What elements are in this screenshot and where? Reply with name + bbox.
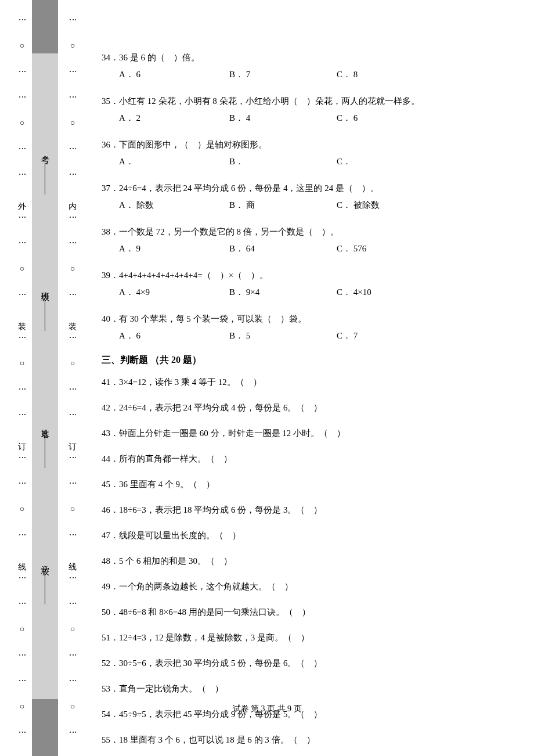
option-b: B． 商 xyxy=(229,197,331,214)
option-c: C． xyxy=(337,153,351,170)
tf-question-42: 42．24÷6=4，表示把 24 平均分成 4 份，每份是 6。（ ） xyxy=(102,400,505,416)
question-options: A． 除数B． 商C． 被除数 xyxy=(102,197,505,214)
tf-question-44: 44．所有的直角都一样大。（ ） xyxy=(102,451,505,467)
question-stem: 36．下面的图形中，（ ）是轴对称图形。 xyxy=(102,136,505,153)
option-c: C． 被除数 xyxy=(337,197,380,214)
option-a: A． 6 xyxy=(119,66,223,83)
question-36: 36．下面的图形中，（ ）是轴对称图形。A．B．C． xyxy=(102,136,505,170)
option-a: A． xyxy=(119,153,223,170)
question-options: A． 6B． 5C． 7 xyxy=(102,327,505,344)
question-options: A． 9B． 64C． 576 xyxy=(102,240,505,257)
form-labels: 学校： 姓名： 班级： 考号： xyxy=(39,0,50,756)
question-options: A．B．C． xyxy=(102,153,505,170)
page-content: 34．36 是 6 的（ ）倍。A． 6B． 7C． 835．小红有 12 朵花… xyxy=(102,49,505,756)
form-label-examno: 考号： xyxy=(39,149,50,197)
tf-question-46: 46．18÷6=3，表示把 18 平均分成 6 份，每份是 3。（ ） xyxy=(102,502,505,518)
option-b: B． 64 xyxy=(229,240,331,257)
question-options: A． 6B． 7C． 8 xyxy=(102,66,505,83)
tf-question-45: 45．36 里面有 4 个 9。（ ） xyxy=(102,477,505,492)
question-37: 37．24÷6=4，表示把 24 平均分成 6 份，每份是 4，这里的 24 是… xyxy=(102,180,505,213)
question-stem: 40．有 30 个苹果，每 5 个装一袋，可以装（ ）袋。 xyxy=(102,311,505,327)
tf-question-43: 43．钟面上分针走一圈是 60 分，时针走一圈是 12 小时。（ ） xyxy=(102,426,505,441)
option-b: B． 7 xyxy=(229,66,331,83)
option-a: A． 除数 xyxy=(119,197,223,214)
question-stem: 38．一个数是 72，另一个数是它的 8 倍，另一个数是（ ）。 xyxy=(102,224,505,240)
option-b: B． xyxy=(229,153,331,170)
binding-outer-text: ⋮ ○ ⋮ ⋮ ○ ⋮ ⋮ 外 ⋮ ⋮ ○ ⋮ 装 ⋮ ○ ⋮ ⋮ 订 ⋮ ⋮ … xyxy=(17,16,27,741)
option-b: B． 4 xyxy=(229,110,331,127)
option-a: A． 4×9 xyxy=(119,284,223,301)
tf-question-49: 49．一个角的两条边越长，这个角就越大。（ ） xyxy=(102,579,505,595)
question-40: 40．有 30 个苹果，每 5 个装一袋，可以装（ ）袋。A． 6B． 5C． … xyxy=(102,311,505,344)
binding-column-outer: ⋮ ○ ⋮ ⋮ ○ ⋮ ⋮ 外 ⋮ ⋮ ○ ⋮ 装 ⋮ ○ ⋮ ⋮ 订 ⋮ ⋮ … xyxy=(15,0,29,756)
form-label-class: 班级： xyxy=(39,286,50,333)
question-options: A． 2B． 4C． 6 xyxy=(102,110,505,127)
binding-column-inner: ⋮ ○ ⋮ ⋮ ○ ⋮ ⋮ 内 ⋮ ⋮ ○ ⋮ 装 ⋮ ○ ⋮ ⋮ 订 ⋮ ⋮ … xyxy=(65,0,80,756)
question-stem: 35．小红有 12 朵花，小明有 8 朵花，小红给小明（ ）朵花，两人的花就一样… xyxy=(102,93,505,110)
option-c: C． 8 xyxy=(337,66,358,83)
question-38: 38．一个数是 72，另一个数是它的 8 倍，另一个数是（ ）。A． 9B． 6… xyxy=(102,224,505,257)
form-label-school: 学校： xyxy=(39,559,50,607)
question-stem: 39．4+4+4+4+4+4+4+4+4=（ ）×（ ）。 xyxy=(102,267,505,284)
question-stem: 34．36 是 6 的（ ）倍。 xyxy=(102,49,505,66)
option-b: B． 9×4 xyxy=(229,284,331,301)
question-39: 39．4+4+4+4+4+4+4+4+4=（ ）×（ ）。A． 4×9B． 9×… xyxy=(102,267,505,300)
option-c: C． 4×10 xyxy=(337,284,371,301)
tf-question-41: 41．3×4=12，读作 3 乘 4 等于 12。（ ） xyxy=(102,375,505,390)
tf-question-53: 53．直角一定比锐角大。（ ） xyxy=(102,681,505,697)
binding-inner-text: ⋮ ○ ⋮ ⋮ ○ ⋮ ⋮ 内 ⋮ ⋮ ○ ⋮ 装 ⋮ ○ ⋮ ⋮ 订 ⋮ ⋮ … xyxy=(67,16,78,741)
form-label-name: 姓名： xyxy=(39,423,50,470)
option-a: A． 2 xyxy=(119,110,223,127)
question-35: 35．小红有 12 朵花，小明有 8 朵花，小红给小明（ ）朵花，两人的花就一样… xyxy=(102,93,505,126)
option-b: B． 5 xyxy=(229,327,331,344)
section-3-header: 三、判断题 （共 20 题） xyxy=(102,354,505,366)
tf-question-52: 52．30÷5=6，表示把 30 平均分成 5 份，每份是 6。（ ） xyxy=(102,656,505,671)
option-c: C． 7 xyxy=(337,327,358,344)
option-a: A． 6 xyxy=(119,327,223,344)
page-footer: 试卷 第 3 页 共 9 页 xyxy=(0,704,534,714)
option-c: C． 6 xyxy=(337,110,358,127)
question-stem: 37．24÷6=4，表示把 24 平均分成 6 份，每份是 4，这里的 24 是… xyxy=(102,180,505,197)
question-34: 34．36 是 6 的（ ）倍。A． 6B． 7C． 8 xyxy=(102,49,505,82)
option-a: A． 9 xyxy=(119,240,223,257)
tf-question-50: 50．48÷6=8 和 8×6=48 用的是同一句乘法口诀。（ ） xyxy=(102,604,505,620)
tf-question-51: 51．12÷4=3，12 是除数，4 是被除数，3 是商。（ ） xyxy=(102,630,505,646)
tf-question-48: 48．5 个 6 相加的和是 30。（ ） xyxy=(102,553,505,569)
question-options: A． 4×9B． 9×4C． 4×10 xyxy=(102,284,505,301)
option-c: C． 576 xyxy=(337,240,366,257)
tf-question-55: 55．18 里面有 3 个 6，也可以说 18 是 6 的 3 倍。（ ） xyxy=(102,732,505,748)
tf-question-47: 47．线段是可以量出长度的。（ ） xyxy=(102,528,505,543)
